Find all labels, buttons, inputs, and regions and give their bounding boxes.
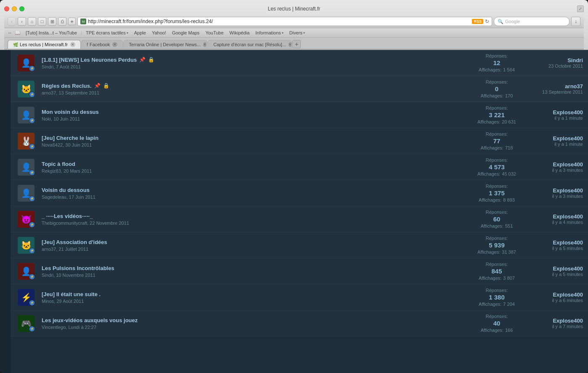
new-tab-button[interactable]: + [292,40,301,48]
thread-title-link[interactable]: [Jeu] Association d'idées [42,239,107,245]
last-poster[interactable]: Explose400 [524,292,583,298]
search-placeholder: Google [505,19,520,24]
thread-title-link[interactable]: _ ·····Les vidéos·····_ [42,213,93,219]
bookmark-item-youtube[interactable]: YouTube [203,29,226,36]
thread-last-post: Explose400 il y a 6 minutes [524,292,583,303]
thread-title-link[interactable]: Voisin du dessous [42,187,90,193]
thread-title: [Jeu] Association d'idées [42,239,464,245]
views-label: Affichages: [481,93,503,98]
views-row: Affichages: 8 893 [473,197,521,202]
minimize-button[interactable] [12,6,17,11]
thread-row[interactable]: 👤 ⚡ Les Pulsions Incontrôlables Sindri, … [11,258,588,284]
last-poster[interactable]: Explose400 [524,265,583,272]
forward-button[interactable]: › [18,17,26,26]
back-button[interactable]: ‹ [8,17,16,26]
thread-row[interactable]: 🐱 ⚡ Règles des Reclus. 📌🔒 arno37, 13 Sep… [11,76,588,102]
thread-date: 20 Mars 2011 [64,168,92,173]
search-bar[interactable]: 🔍 Google [494,17,569,26]
thread-title-link[interactable]: [1.8.1] [NEWS] Les Neurones Perdus [42,57,137,63]
bookmark-item-divers[interactable]: Divers ▾ [287,29,307,36]
tab-close-1[interactable]: ✕ [112,42,117,47]
last-time: il y a 1 minute [524,116,583,121]
bookmark-item-apple[interactable]: Apple [132,29,148,36]
avatar-area: 🐰 ⚡ [16,133,37,150]
avatar-badge: ⚡ [29,118,35,123]
download-button[interactable]: ↓ [571,17,580,26]
thread-row[interactable]: 👤 ⚡ [1.8.1] [NEWS] Les Neurones Perdus 📌… [11,50,588,76]
tab-capture[interactable]: Capture d'écran sur mac [Résolu]... ✕ [208,40,292,49]
last-poster[interactable]: Explose400 [524,187,583,194]
thread-row[interactable]: ⚡ ⚡ [Jeu] Il était une suite . Minos, 29… [11,284,588,310]
main-content: 👤 ⚡ [1.8.1] [NEWS] Les Neurones Perdus 📌… [0,50,588,373]
thread-title-link[interactable]: [Jeu] Il était une suite . [42,291,101,297]
thread-title-link[interactable]: Les Pulsions Incontrôlables [42,265,114,271]
forum-thread-list[interactable]: 👤 ⚡ [1.8.1] [NEWS] Les Neurones Perdus 📌… [11,50,588,373]
thread-title: Topic à flood [42,161,464,167]
last-poster[interactable]: Explose400 [524,239,583,246]
print-button[interactable]: ⎙ [58,17,66,26]
tab-reclus[interactable]: 🌿 Les reclus | Minecraft.fr ✕ [8,40,81,49]
thread-stats: Réponses: 60 Affichages: 551 [469,210,524,229]
thread-title-link[interactable]: Les jeux-vidéos auxquels vous jouez [42,317,138,323]
replies-label: Réponses: [473,105,521,110]
bookmark-item-wikipedia[interactable]: Wikipédia [227,29,252,36]
views-row: Affichages: 166 [473,328,521,333]
thread-stats: Réponses: 77 Affichages: 718 [469,131,524,150]
refresh-button[interactable]: ↻ [485,18,489,24]
thread-author: Minos [42,299,54,304]
thread-row[interactable]: 👤 ⚡ Mon voisin du dessus Noki, 10 Juin 2… [11,102,588,128]
thread-meta: Sindri, 7 Août 2011 [42,64,464,69]
bookmark-item-yahoo[interactable]: Yahoo! [149,29,169,36]
maximize-button[interactable] [19,6,24,11]
tab-close-3[interactable]: ✕ [289,42,292,47]
thread-row[interactable]: 🐱 ⚡ [Jeu] Association d'idées arno37, 21… [11,232,588,258]
thread-title: Voisin du dessous [42,187,464,193]
thread-title-link[interactable]: Topic à flood [42,161,75,167]
views-value: 1 564 [503,67,515,72]
grid-button[interactable]: ⊞ [48,17,56,26]
thread-title: [Jeu] Cherche le lapin [42,135,464,141]
thread-title-link[interactable]: [Jeu] Cherche le lapin [42,135,98,141]
last-poster[interactable]: arno37 [524,83,583,89]
last-poster[interactable]: Sindri [524,57,583,63]
thread-row[interactable]: 😈 ⚡ _ ·····Les vidéos·····_ Thebigcommun… [11,206,588,232]
bookmark-item-tuto[interactable]: [Tuto] Insta...t – YouTube [23,29,79,36]
avatar-badge: ⚡ [29,248,35,254]
tab-facebook[interactable]: f Facebook ✕ [81,40,123,49]
last-time: il y a 6 minutes [524,298,583,303]
thread-row[interactable]: 👤 ⚡ Voisin du dessous Sagedeleau, 17 Jui… [11,180,588,206]
rss-button[interactable]: RSS [472,19,483,24]
last-poster[interactable]: Explose400 [524,213,583,220]
last-poster[interactable]: Explose400 [524,135,583,142]
last-poster[interactable]: Explose400 [524,109,583,116]
avatar-area: 👤 ⚡ [16,159,37,176]
bookmark-item-informations[interactable]: Informations ▾ [253,29,286,36]
thread-row[interactable]: 🎮 ⚡ Les jeux-vidéos auxquels vous jouez … [11,310,588,336]
replies-value: 0 [473,85,521,92]
thread-title-link[interactable]: Règles des Reclus. [42,83,92,89]
tab-close-2[interactable]: ✕ [203,42,207,47]
replies-label: Réponses: [473,53,521,58]
thread-row[interactable]: 🐰 ⚡ [Jeu] Cherche le lapin Nova6422, 30 … [11,128,588,154]
replies-label: Réponses: [473,314,521,319]
thread-info: [Jeu] Association d'idées arno37, 21 Jui… [37,239,469,252]
thread-info: Mon voisin du dessus Noki, 10 Juin 2011 [37,109,469,121]
tab-terraria[interactable]: Terraria Online | Developer News... ✕ [123,40,207,49]
avatar-area: 😈 ⚡ [16,211,37,228]
last-poster[interactable]: Explose400 [524,318,583,324]
bookmark-button[interactable]: □ [38,17,46,26]
bookmark-item-googlemaps[interactable]: Google Maps [170,29,202,36]
home-button[interactable]: ⌂ [28,17,36,26]
url-bar[interactable]: M http://minecraft.fr/forum/index.php?fo… [77,17,492,26]
views-row: Affichages: 45 032 [473,171,521,176]
window-resize-icon[interactable]: ⤢ [577,5,584,12]
replies-value: 77 [473,137,521,144]
tab-close-0[interactable]: ✕ [70,42,75,47]
thread-title-link[interactable]: Mon voisin du dessus [42,109,99,115]
add-button[interactable]: + [68,18,76,25]
last-poster[interactable]: Explose400 [524,161,583,168]
bookmark-item-tpe[interactable]: TPE écrans tactiles ▾ [83,29,131,36]
close-button[interactable] [4,6,9,11]
thread-row[interactable]: 👤 ⚡ Topic à flood Rekgiz83, 20 Mars 2011… [11,154,588,180]
replies-label: Réponses: [473,288,521,293]
